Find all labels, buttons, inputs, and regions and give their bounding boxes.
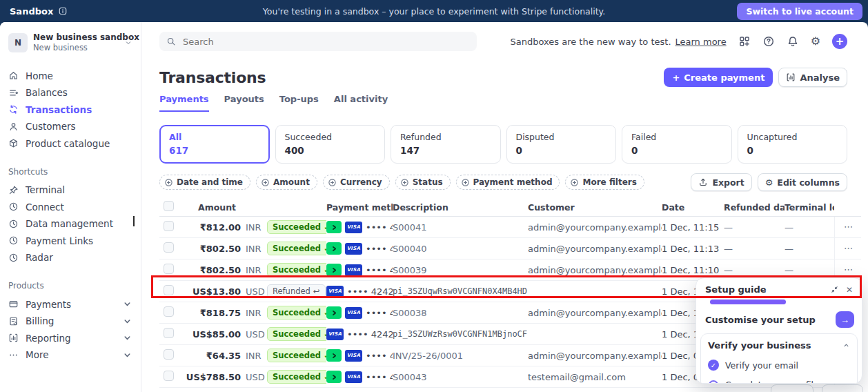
- column-refunded-date[interactable]: Refunded date: [724, 202, 785, 213]
- tab-all-activity[interactable]: All activity: [334, 94, 388, 112]
- amount: ₹802.50: [183, 244, 241, 254]
- sidebar-item-terminal[interactable]: Terminal: [0, 182, 141, 199]
- status-badge-succeeded: Succeeded ✓: [267, 220, 326, 234]
- sidebar-item-product-catalogue[interactable]: Product catalogue: [0, 135, 141, 152]
- column-date[interactable]: Date: [662, 202, 724, 213]
- row-checkbox[interactable]: [164, 242, 174, 253]
- table-row[interactable]: ₹802.50 INR Succeeded ✓ VISA •••• 4242 S…: [159, 238, 861, 259]
- setup-step-label: Verify your email: [725, 360, 798, 371]
- column-payment-method[interactable]: Payment method: [326, 202, 393, 213]
- row-checkbox[interactable]: [164, 328, 174, 338]
- status-card-refunded[interactable]: Refunded 147: [391, 125, 501, 164]
- chevron-down-icon: [122, 316, 132, 326]
- payment-method: VISA •••• 4242: [326, 329, 393, 340]
- sidebar-item-home[interactable]: Home: [0, 67, 141, 84]
- balances-icon: [8, 88, 19, 98]
- column-customer[interactable]: Customer: [528, 202, 662, 213]
- row-checkbox[interactable]: [164, 285, 174, 295]
- payment-method: VISA •••• 4242: [326, 221, 393, 233]
- description: S00039: [393, 265, 528, 275]
- tab-top-ups[interactable]: Top-ups: [279, 94, 319, 112]
- setup-step-verify-your-email[interactable]: ✓Verify your email: [708, 360, 850, 371]
- products-section-label: Products: [0, 281, 141, 291]
- analyse-button[interactable]: Analyse: [778, 68, 847, 87]
- info-icon[interactable]: [58, 6, 68, 16]
- settings-gear-icon[interactable]: ⚙: [811, 35, 820, 48]
- sidebar-item-more[interactable]: More: [0, 346, 141, 364]
- setup-step-complete-your-profile[interactable]: Complete your profile: [708, 380, 850, 384]
- sidebar-item-connect[interactable]: Connect: [0, 198, 141, 215]
- clock-icon: [8, 235, 19, 246]
- select-all-checkbox[interactable]: [164, 201, 174, 211]
- row-menu-button[interactable]: ⋯: [844, 222, 853, 232]
- sidebar-item-transactions[interactable]: Transactions: [0, 101, 141, 118]
- table-row[interactable]: ₹812.00 INR Succeeded ✓ VISA •••• 4242 S…: [159, 217, 861, 238]
- customise-setup-arrow-button[interactable]: →: [836, 311, 854, 328]
- export-button[interactable]: Export: [691, 173, 751, 191]
- filter-chip-amount[interactable]: Amount: [256, 175, 317, 190]
- pagination-next-button[interactable]: [822, 384, 863, 392]
- edit-columns-button[interactable]: ⚙ Edit columns: [758, 173, 847, 191]
- row-menu-button[interactable]: ⋯: [844, 243, 853, 253]
- sidebar-item-billing[interactable]: Billing: [0, 313, 141, 330]
- column-amount[interactable]: Amount: [183, 202, 241, 213]
- status-card-all[interactable]: All 617: [159, 125, 270, 164]
- sidebar-item-radar[interactable]: Radar: [0, 249, 141, 266]
- apps-grid-icon[interactable]: [738, 35, 751, 48]
- column-terminal-location[interactable]: Terminal loca: [785, 202, 834, 213]
- setup-guide-title: Setup guide: [705, 284, 767, 295]
- filter-chip-date-and-time[interactable]: Date and time: [159, 175, 250, 190]
- filter-chip-status[interactable]: Status: [395, 175, 451, 190]
- create-plus-button[interactable]: +: [832, 34, 847, 49]
- notifications-bell-icon[interactable]: [787, 35, 799, 48]
- row-checkbox[interactable]: [164, 221, 174, 231]
- filter-chip-payment-method[interactable]: Payment method: [456, 175, 560, 190]
- status-card-disputed[interactable]: Disputed 0: [506, 125, 617, 164]
- learn-more-link[interactable]: Learn more: [675, 37, 727, 47]
- link-payment-icon: [326, 264, 342, 276]
- row-checkbox[interactable]: [164, 349, 174, 360]
- status-card-failed[interactable]: Failed 0: [622, 125, 732, 164]
- row-checkbox[interactable]: [164, 264, 174, 274]
- table-header-row: Amount Payment method Description Custom…: [159, 198, 861, 217]
- card-number: •••• 4242: [366, 351, 393, 361]
- sidebar-item-customers[interactable]: Customers: [0, 118, 141, 135]
- sandbox-banner-message: You're testing in a sandbox – your place…: [263, 6, 605, 17]
- currency: USD: [241, 286, 266, 297]
- tab-payments[interactable]: Payments: [159, 94, 209, 112]
- billing-icon: [8, 316, 19, 326]
- clock-icon: [8, 253, 19, 263]
- search-input[interactable]: [181, 36, 470, 48]
- sidebar-item-label: Customers: [26, 121, 76, 132]
- sidebar-item-payments[interactable]: Payments: [0, 295, 141, 313]
- status-badge-succeeded: Succeeded ✓: [267, 306, 326, 320]
- status-card-uncaptured[interactable]: Uncaptured 0: [738, 125, 848, 164]
- verify-business-header[interactable]: Verify your business: [708, 340, 850, 351]
- plus-circle-icon: [400, 178, 409, 187]
- customise-setup-label: Customise your setup: [705, 315, 816, 325]
- amount: ₹812.00: [183, 222, 241, 233]
- row-checkbox[interactable]: [164, 306, 174, 317]
- close-icon[interactable]: ✕: [846, 286, 853, 294]
- row-checkbox[interactable]: [164, 371, 174, 381]
- tab-payouts[interactable]: Payouts: [224, 94, 264, 112]
- filter-chip-currency[interactable]: Currency: [323, 175, 390, 190]
- sidebar-item-payment-links[interactable]: Payment Links: [0, 232, 141, 249]
- description: S00040: [393, 244, 528, 254]
- pagination-previous-button[interactable]: [771, 384, 813, 392]
- create-payment-button[interactable]: + Create payment: [664, 68, 773, 87]
- visa-icon: VISA: [326, 329, 344, 340]
- help-icon[interactable]: [762, 35, 775, 48]
- search-bar[interactable]: [159, 32, 477, 51]
- switch-to-live-account-button[interactable]: Switch to live account: [737, 3, 862, 20]
- status-card-succeeded[interactable]: Succeeded 400: [275, 125, 386, 164]
- column-description[interactable]: Description: [393, 202, 528, 213]
- sidebar-item-balances[interactable]: Balances: [0, 84, 141, 101]
- collapse-icon[interactable]: [831, 286, 838, 293]
- link-payment-icon: [326, 306, 342, 319]
- account-switcher[interactable]: N New business sandbox New business: [0, 30, 141, 55]
- filter-chip-more-filters[interactable]: More filters: [565, 175, 644, 190]
- sidebar-item-data-management[interactable]: Data management: [0, 215, 141, 233]
- sidebar-item-reporting[interactable]: Reporting: [0, 329, 141, 346]
- row-menu-button[interactable]: ⋯: [844, 264, 853, 275]
